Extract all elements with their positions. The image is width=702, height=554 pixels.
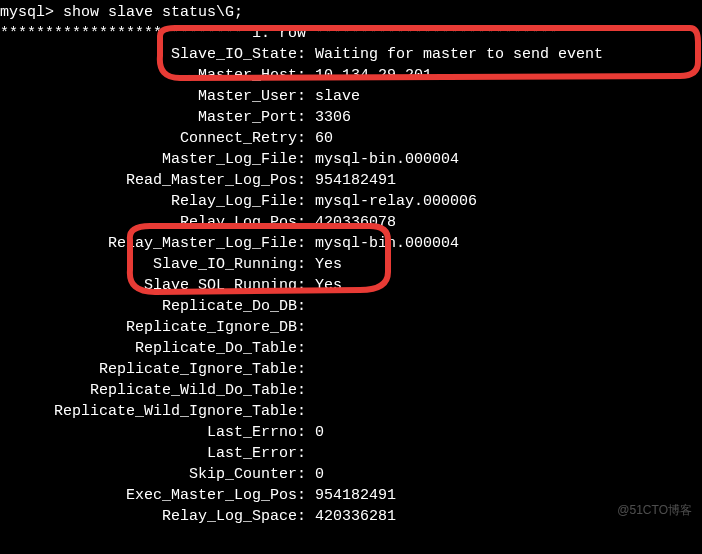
mysql-prompt-line[interactable]: mysql> show slave status\G; [0, 2, 702, 23]
fields-container: Slave_IO_State: Waiting for master to se… [0, 44, 702, 527]
field-row: Replicate_Wild_Do_Table: [0, 380, 702, 401]
field-row: Relay_Log_Space: 420336281 [0, 506, 702, 527]
field-row: Relay_Log_Pos: 420336078 [0, 212, 702, 233]
field-row: Slave_SQL_Running: Yes [0, 275, 702, 296]
field-row: Replicate_Do_Table: [0, 338, 702, 359]
field-row: Read_Master_Log_Pos: 954182491 [0, 170, 702, 191]
field-row: Master_Host: 10.134.29.201 [0, 65, 702, 86]
field-row: Last_Error: [0, 443, 702, 464]
row-header-line: *************************** 1. row *****… [0, 23, 702, 44]
field-row: Replicate_Ignore_DB: [0, 317, 702, 338]
field-row: Last_Errno: 0 [0, 422, 702, 443]
field-row: Replicate_Wild_Ignore_Table: [0, 401, 702, 422]
field-row: Slave_IO_State: Waiting for master to se… [0, 44, 702, 65]
field-row: Master_User: slave [0, 86, 702, 107]
field-row: Master_Port: 3306 [0, 107, 702, 128]
field-row: Replicate_Do_DB: [0, 296, 702, 317]
field-row: Master_Log_File: mysql-bin.000004 [0, 149, 702, 170]
field-row: Exec_Master_Log_Pos: 954182491 [0, 485, 702, 506]
field-row: Skip_Counter: 0 [0, 464, 702, 485]
field-row: Relay_Log_File: mysql-relay.000006 [0, 191, 702, 212]
field-row: Connect_Retry: 60 [0, 128, 702, 149]
watermark-text: @51CTO博客 [617, 502, 692, 519]
field-row: Slave_IO_Running: Yes [0, 254, 702, 275]
field-row: Replicate_Ignore_Table: [0, 359, 702, 380]
field-row: Relay_Master_Log_File: mysql-bin.000004 [0, 233, 702, 254]
